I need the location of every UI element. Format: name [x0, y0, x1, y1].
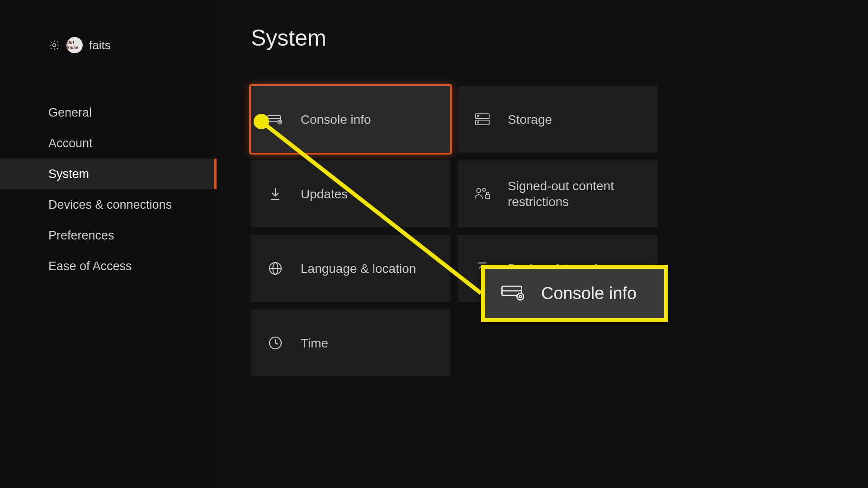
avatar-label: Old Spice — [66, 40, 83, 50]
sidebar-item-system[interactable]: System — [0, 159, 217, 189]
console-info-icon — [267, 111, 283, 127]
people-lock-icon — [474, 186, 491, 202]
tile-label: Language & location — [301, 261, 416, 277]
svg-point-11 — [476, 188, 481, 192]
tile-grid: Console info Storage — [251, 86, 657, 376]
sidebar-item-label: Account — [48, 136, 93, 150]
svg-rect-13 — [486, 195, 490, 199]
annotation-callout: Console info — [481, 265, 668, 322]
clock-icon — [267, 335, 283, 351]
svg-point-8 — [477, 122, 479, 123]
storage-icon — [474, 111, 491, 127]
tile-console-info[interactable]: Console info — [251, 86, 450, 153]
callout-label: Console info — [541, 283, 637, 305]
tile-label: Storage — [508, 112, 552, 127]
tile-signed-out-restrictions[interactable]: Signed-out content restrictions — [458, 160, 657, 227]
sidebar-item-label: Devices & connections — [48, 198, 172, 212]
sidebar-item-label: System — [48, 167, 89, 181]
username: faits — [89, 38, 111, 52]
sidebar-item-label: Ease of Access — [48, 259, 132, 273]
sidebar-header: Old Spice faits — [48, 37, 111, 53]
console-info-icon — [501, 283, 526, 305]
annotation-dot — [254, 114, 269, 129]
tile-label: Console info — [301, 112, 371, 127]
tile-label: Time — [301, 335, 328, 351]
svg-point-12 — [483, 188, 486, 191]
sidebar-item-label: Preferences — [48, 229, 114, 243]
main-panel: System Console info — [217, 0, 868, 488]
tile-updates[interactable]: Updates — [251, 160, 450, 227]
tile-label: Signed-out content restrictions — [508, 178, 625, 210]
tile-language-location[interactable]: Language & location — [251, 235, 450, 302]
sidebar-item-account[interactable]: Account — [0, 128, 217, 159]
globe-icon — [267, 260, 283, 277]
svg-point-7 — [477, 116, 479, 117]
tile-label: Updates — [301, 186, 348, 202]
sidebar-nav: General Account System Devices & connect… — [0, 97, 217, 282]
sidebar-item-general[interactable]: General — [0, 97, 217, 128]
sidebar-item-devices-connections[interactable]: Devices & connections — [0, 189, 217, 220]
sidebar: Old Spice faits General Account System D… — [0, 0, 217, 488]
avatar: Old Spice — [66, 37, 83, 53]
tile-storage[interactable]: Storage — [458, 86, 657, 153]
svg-point-0 — [53, 44, 56, 47]
sidebar-item-ease-of-access[interactable]: Ease of Access — [0, 251, 217, 282]
sidebar-item-preferences[interactable]: Preferences — [0, 220, 217, 251]
page-title: System — [251, 25, 326, 51]
gear-icon — [48, 39, 60, 51]
sidebar-item-label: General — [48, 106, 92, 120]
download-icon — [267, 186, 283, 202]
tile-time[interactable]: Time — [251, 310, 450, 376]
